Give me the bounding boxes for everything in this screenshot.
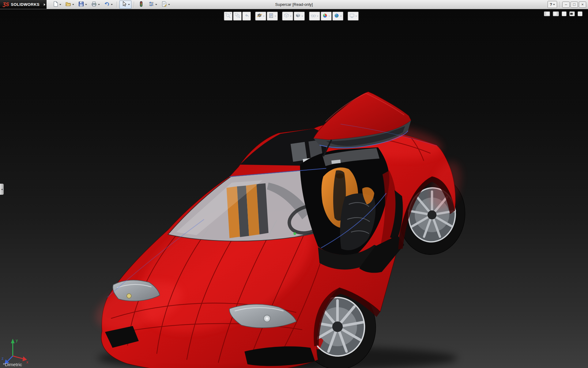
- minimize-window-button[interactable]: –: [562, 2, 570, 8]
- restore-document-icon: [570, 12, 574, 16]
- zoom-to-fit-icon: [225, 13, 231, 19]
- file-properties-icon: [161, 1, 167, 8]
- view-settings-caret[interactable]: [355, 16, 357, 17]
- view-settings-button[interactable]: [348, 12, 359, 21]
- open-folder-icon: [65, 1, 71, 8]
- annotations-button[interactable]: [267, 12, 278, 21]
- pin-left-pane-icon: [545, 12, 549, 16]
- graphics-area[interactable]: y x z *Dimetric: [0, 9, 588, 368]
- rebuild-button[interactable]: [137, 1, 146, 9]
- zoom-to-fit-button[interactable]: [224, 12, 232, 21]
- view-orientation-label: *Dimetric: [3, 362, 22, 367]
- select-button[interactable]: [119, 1, 131, 9]
- section-view-button[interactable]: [255, 12, 266, 21]
- 3ds-logo-icon: ƷS: [3, 2, 9, 7]
- print-button[interactable]: [89, 1, 101, 9]
- close-document-button[interactable]: ×: [578, 11, 582, 16]
- edit-appearance-button[interactable]: [321, 12, 332, 21]
- display-style-icon: [295, 13, 301, 19]
- view-settings-icon: [349, 13, 355, 19]
- rebuild-stoplight-icon: [138, 1, 144, 8]
- display-style-caret[interactable]: [301, 16, 303, 17]
- view-orientation-cube-icon: [284, 13, 289, 19]
- document-window-controls: – ×: [544, 11, 582, 16]
- annotations-caret[interactable]: [274, 16, 276, 17]
- options-button[interactable]: [147, 1, 159, 9]
- previous-view-icon: [244, 13, 249, 19]
- apply-scene-button[interactable]: [332, 12, 343, 21]
- save-button[interactable]: [77, 1, 89, 9]
- undo-button[interactable]: [102, 1, 114, 9]
- help-question-icon: ?: [550, 2, 552, 7]
- help-button[interactable]: ?: [548, 1, 557, 8]
- 3d-scene[interactable]: y x z *Dimetric: [0, 9, 588, 368]
- open-dropdown-caret[interactable]: [72, 4, 74, 5]
- brand-name: SOLIDWORKS: [11, 2, 40, 7]
- triad-x-label: x: [26, 360, 28, 364]
- heads-up-view-toolbar: [224, 12, 359, 21]
- hide-show-items-button[interactable]: [309, 12, 320, 21]
- collapse-arrow-icon: ◂: [1, 188, 3, 191]
- triad-z-label: z: [2, 356, 4, 361]
- select-dropdown-caret[interactable]: [128, 4, 130, 5]
- restore-document-button[interactable]: [569, 11, 575, 16]
- pin-right-pane-button[interactable]: [553, 11, 559, 16]
- section-view-icon: [257, 13, 262, 19]
- new-document-icon: [52, 1, 58, 8]
- undo-dropdown-caret[interactable]: [111, 4, 113, 5]
- new-dropdown-caret[interactable]: [59, 4, 61, 5]
- undo-arrow-icon: [104, 1, 110, 8]
- open-button[interactable]: [64, 1, 76, 9]
- section-view-caret[interactable]: [263, 16, 265, 17]
- print-dropdown-caret[interactable]: [98, 4, 100, 5]
- save-floppy-icon: [78, 1, 84, 8]
- standard-toolbar: [51, 1, 172, 9]
- maximize-window-button[interactable]: □: [571, 2, 578, 8]
- zoom-to-area-icon: [235, 13, 240, 19]
- options-sliders-icon: [148, 1, 154, 8]
- apply-scene-caret[interactable]: [340, 16, 342, 17]
- close-window-button[interactable]: ×: [579, 2, 586, 8]
- toolbar-flyout-arrow[interactable]: [43, 0, 47, 9]
- hide-show-items-caret[interactable]: [317, 16, 318, 17]
- toolbar-separator: [560, 2, 560, 8]
- solidworks-window: ƷS SOLIDWORKS: [0, 0, 588, 368]
- view-orientation-button[interactable]: [282, 12, 293, 21]
- display-style-button[interactable]: [294, 12, 305, 21]
- options-dropdown-caret[interactable]: [155, 4, 157, 5]
- edit-appearance-caret[interactable]: [328, 16, 330, 17]
- pin-left-pane-button[interactable]: [544, 11, 550, 16]
- toolbar-separator: [134, 2, 134, 8]
- titlebar: ƷS SOLIDWORKS: [0, 0, 588, 9]
- annotations-icon: [268, 13, 274, 19]
- hide-show-glasses-icon: [311, 13, 316, 19]
- edit-appearance-ball-icon: [322, 13, 328, 19]
- orientation-triad: y x z: [2, 338, 28, 364]
- titlebar-right-controls: ? – □ ×: [548, 1, 588, 8]
- file-properties-dropdown-caret[interactable]: [168, 4, 170, 5]
- view-orientation-caret[interactable]: [290, 16, 292, 17]
- help-dropdown-caret[interactable]: [553, 4, 555, 5]
- collapse-pane-tab[interactable]: ◂: [0, 184, 4, 195]
- apply-scene-globe-icon: [334, 13, 339, 19]
- pin-right-pane-icon: [553, 12, 558, 16]
- file-properties-button[interactable]: [160, 1, 172, 9]
- supercar-model[interactable]: [90, 92, 469, 368]
- previous-view-button[interactable]: [242, 12, 251, 21]
- triad-y-label: y: [16, 338, 18, 343]
- new-button[interactable]: [51, 1, 63, 9]
- solidworks-logo: ƷS SOLIDWORKS: [0, 0, 43, 9]
- flyout-arrow-icon: [44, 3, 45, 6]
- minimize-document-button[interactable]: –: [562, 11, 567, 16]
- toolbar-separator: [117, 2, 117, 8]
- save-dropdown-caret[interactable]: [85, 4, 87, 5]
- select-cursor-icon: [121, 1, 127, 8]
- zoom-to-area-button[interactable]: [233, 12, 242, 21]
- printer-icon: [91, 1, 97, 8]
